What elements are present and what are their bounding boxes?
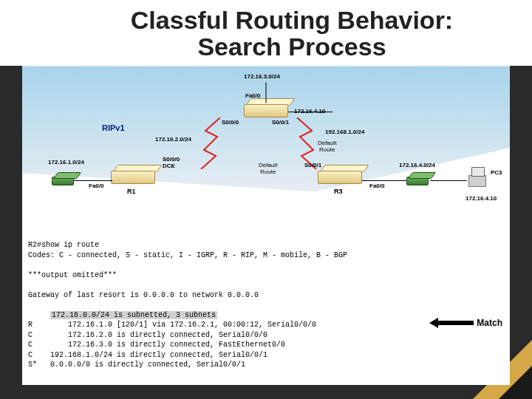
cli-omitted: ***output omitted*** (28, 270, 504, 281)
slide-content: 172.16.3.0/24 Fa0/0 172.16.4.10 172.16.2… (22, 66, 510, 385)
match-label: Match (477, 317, 502, 329)
if-label-r1-s000: S0/0/0 DCE (163, 156, 180, 169)
net-label-link-right: 192.168.1.0/24 (325, 129, 364, 135)
cli-output: R2#show ip route Codes: C - connected, S… (22, 236, 510, 375)
host-label-pc3: PC3 (491, 169, 502, 176)
network-topology-diagram: 172.16.3.0/24 Fa0/0 172.16.4.10 172.16.2… (22, 66, 510, 236)
match-annotation: Match (429, 317, 502, 329)
if-label-r1-fa00: Fa0/0 (89, 183, 103, 189)
title-line-2: Search Process (197, 33, 386, 61)
net-label-r2-right: 172.16.4.10 (294, 108, 325, 115)
switch-r1-lan (52, 177, 74, 185)
cli-route-4: C 192.168.1.0/24 is directly connected, … (28, 350, 504, 361)
serial-link-r1-r2 (200, 117, 222, 169)
slide-title-area: Classful Routing Behavior: Search Proces… (0, 0, 532, 66)
svg-marker-0 (429, 318, 474, 328)
if-label-r3-fa00: Fa0/0 (369, 183, 384, 189)
if-label-r2-s001: S0/0/1 (272, 119, 289, 126)
static-route-label: Default Route (318, 140, 336, 153)
router-label-r3: R3 (334, 188, 343, 195)
if-label-r2-s000: S0/0/0 (222, 119, 239, 126)
cli-route-3: C 172.16.3.0 is directly connected, Fast… (28, 340, 504, 350)
switch-r3-lan (406, 177, 429, 185)
cli-route-2: C 172.16.2.0 is directly connected, Seri… (28, 330, 504, 341)
net-label-link-left: 172.16.2.0/24 (155, 136, 191, 143)
rip-protocol-label: RIPv1 (102, 123, 125, 132)
slide-title: Classful Routing Behavior: Search Proces… (66, 7, 517, 60)
cli-prompt: R2#show ip route (28, 240, 504, 250)
host-pc3 (468, 175, 486, 187)
router-label-r1: R1 (127, 188, 136, 195)
net-label-pc3-ip: 172.16.4.10 (466, 195, 497, 202)
net-label-r2-top: 172.16.3.0/24 (244, 73, 280, 80)
if-label-r2-fa00: Fa0/0 (245, 92, 260, 99)
net-label-r3-lan: 172.16.4.0/24 (399, 162, 435, 168)
net-label-r1-lan: 172.16.1.0/24 (48, 159, 84, 166)
default-route-label: Default Route (259, 162, 277, 175)
cli-gateway: Gateway of last resort is 0.0.0.0 to net… (28, 290, 504, 301)
title-line-1: Classful Routing Behavior: (131, 6, 453, 34)
cli-route-parent-highlight: 172.16.0.0/24 is subnetted, 3 subnets (50, 311, 217, 319)
cli-codes: Codes: C - connected, S - static, I - IG… (28, 250, 504, 261)
if-label-r3-s001: S0/0/1 (304, 162, 321, 168)
cli-route-5: S* 0.0.0.0/0 is directly connected, Seri… (28, 360, 504, 370)
arrow-left-icon (429, 318, 474, 328)
